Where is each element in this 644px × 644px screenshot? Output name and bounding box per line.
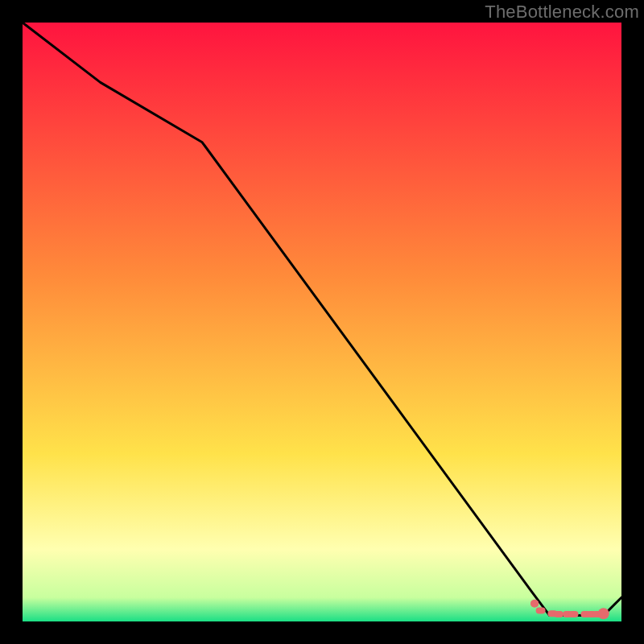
gradient-background	[23, 23, 621, 621]
plot-area	[23, 23, 621, 621]
marker-start-cap	[530, 600, 539, 608]
chart-frame: TheBottleneck.com	[0, 0, 644, 644]
chart-svg	[23, 23, 621, 621]
marker-dash	[536, 608, 546, 614]
marker-dash	[569, 611, 579, 617]
marker-end-dot	[598, 608, 609, 619]
marker-dash	[554, 611, 564, 617]
attribution-text: TheBottleneck.com	[485, 2, 639, 23]
